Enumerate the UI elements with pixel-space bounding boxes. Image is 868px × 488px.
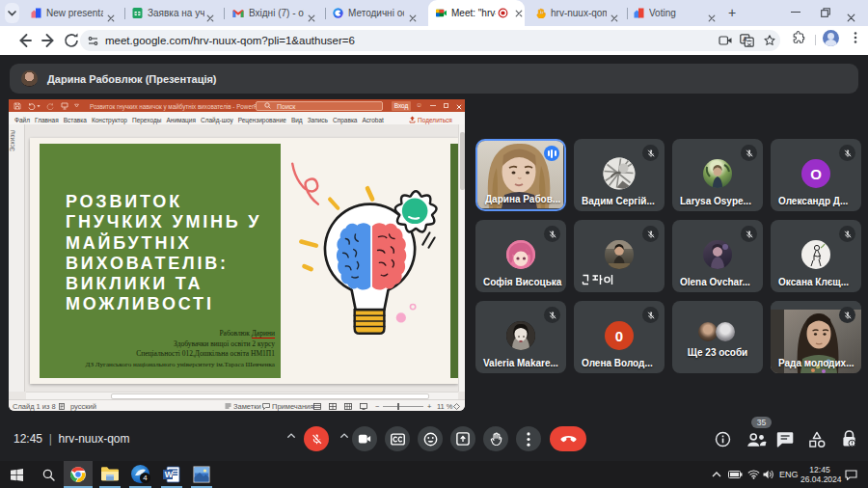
svg-text:W: W	[165, 470, 174, 479]
svg-text:A: A	[743, 36, 747, 42]
